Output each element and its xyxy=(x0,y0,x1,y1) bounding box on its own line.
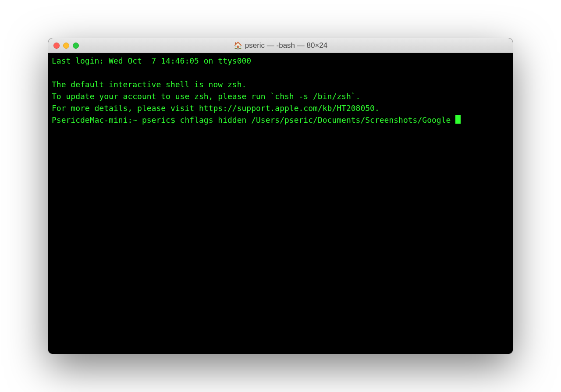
terminal-body[interactable]: Last login: Wed Oct 7 14:46:05 on ttys00… xyxy=(48,53,513,354)
terminal-window: 🏠 pseric — -bash — 80×24 Last login: Wed… xyxy=(48,38,513,354)
cursor xyxy=(455,115,461,124)
prompt-line: PsericdeMac-mini:~ pseric$ chflags hidde… xyxy=(52,115,461,125)
typed-command: chflags hidden /Users/pseric/Documents/S… xyxy=(180,115,456,125)
close-button[interactable] xyxy=(53,43,60,49)
zoom-button[interactable] xyxy=(73,43,79,49)
shell-prompt: PsericdeMac-mini:~ pseric$ xyxy=(52,115,180,125)
traffic-lights xyxy=(53,43,79,49)
zsh-message-1: The default interactive shell is now zsh… xyxy=(52,80,246,89)
window-title: 🏠 pseric — -bash — 80×24 xyxy=(234,41,328,50)
home-folder-icon: 🏠 xyxy=(234,41,242,50)
minimize-button[interactable] xyxy=(63,43,69,49)
last-login-line: Last login: Wed Oct 7 14:46:05 on ttys00… xyxy=(52,56,251,65)
zsh-message-3: For more details, please visit https://s… xyxy=(52,103,380,113)
zsh-message-2: To update your account to use zsh, pleas… xyxy=(52,92,360,101)
titlebar: 🏠 pseric — -bash — 80×24 xyxy=(48,38,513,53)
window-title-text: pseric — -bash — 80×24 xyxy=(245,41,328,50)
